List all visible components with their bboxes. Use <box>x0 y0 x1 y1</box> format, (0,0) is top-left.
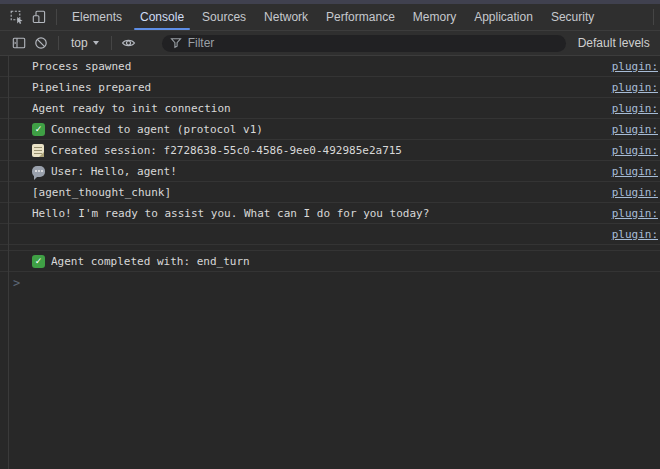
tab-memory[interactable]: Memory <box>404 4 465 30</box>
console-prompt[interactable]: > <box>0 272 660 294</box>
console-message-text: [agent_thought_chunk] <box>32 186 612 199</box>
check-icon <box>32 123 45 136</box>
console-message-text: Connected to agent (protocol v1) <box>51 123 612 136</box>
tab-console[interactable]: Console <box>131 4 193 30</box>
console-sidebar-icon[interactable] <box>8 36 30 50</box>
context-label: top <box>71 36 88 50</box>
tab-performance[interactable]: Performance <box>317 4 404 30</box>
console-toolbar: top Default levels <box>0 31 660 56</box>
tab-sources[interactable]: Sources <box>193 4 255 30</box>
console-message-text: Created session: f2728638-55c0-4586-9ee0… <box>51 144 612 157</box>
console-row: plugin: <box>0 224 660 245</box>
console-row: Process spawned plugin: <box>0 56 660 77</box>
console-source-link[interactable]: plugin: <box>612 186 658 199</box>
speech-balloon-icon <box>32 166 45 177</box>
console-row: Pipelines prepared plugin: <box>0 77 660 98</box>
console-row: Agent ready to init connection plugin: <box>0 98 660 119</box>
check-icon <box>32 255 45 268</box>
divider <box>653 9 654 25</box>
memo-icon <box>32 144 44 157</box>
console-gutter-divider <box>8 56 9 469</box>
tab-network[interactable]: Network <box>255 4 317 30</box>
console-source-link[interactable]: plugin: <box>612 123 658 136</box>
console-row: [agent_thought_chunk] plugin: <box>0 182 660 203</box>
console-message-text: Hello! I'm ready to assist you. What can… <box>32 207 612 220</box>
console-source-link[interactable]: plugin: <box>612 144 658 157</box>
devtools-window: { "devtools": { "accent_color": "#5e8ee6… <box>0 0 660 469</box>
execution-context-selector[interactable]: top <box>65 36 105 50</box>
inspect-icon[interactable] <box>6 4 28 30</box>
tab-elements[interactable]: Elements <box>63 4 131 30</box>
console-source-link[interactable]: plugin: <box>612 102 658 115</box>
tab-security[interactable]: Security <box>542 4 603 30</box>
console-row: Connected to agent (protocol v1) plugin: <box>0 119 660 140</box>
console-message-text: Agent completed with: end_turn <box>51 255 658 268</box>
filter-input[interactable] <box>188 36 558 50</box>
console-row: User: Hello, agent! plugin: <box>0 161 660 182</box>
console-message-text: Agent ready to init connection <box>32 102 612 115</box>
console-message-text: User: Hello, agent! <box>51 165 612 178</box>
device-toolbar-icon[interactable] <box>28 4 50 30</box>
console-log: Process spawned plugin: Pipelines prepar… <box>0 56 660 469</box>
tab-application[interactable]: Application <box>465 4 542 30</box>
console-source-link[interactable]: plugin: <box>612 207 658 220</box>
filter-field[interactable] <box>162 35 566 52</box>
log-levels-dropdown[interactable]: Default levels <box>578 36 650 50</box>
divider <box>58 36 59 50</box>
console-row: Hello! I'm ready to assist you. What can… <box>0 203 660 224</box>
devtools-tab-bar: Elements Console Sources Network Perform… <box>0 4 660 31</box>
prompt-chevron-icon: > <box>13 276 20 290</box>
console-source-link[interactable]: plugin: <box>612 81 658 94</box>
console-message-text: Process spawned <box>32 60 612 73</box>
live-expression-eye-icon[interactable] <box>118 36 140 50</box>
chevron-down-icon <box>93 41 99 45</box>
divider <box>111 36 112 50</box>
clear-console-icon[interactable] <box>30 36 52 50</box>
console-row: Created session: f2728638-55c0-4586-9ee0… <box>0 140 660 161</box>
filter-funnel-icon <box>170 37 182 49</box>
console-source-link[interactable]: plugin: <box>612 228 658 241</box>
console-source-link[interactable]: plugin: <box>612 165 658 178</box>
console-message-text: Pipelines prepared <box>32 81 612 94</box>
console-source-link[interactable]: plugin: <box>612 60 658 73</box>
divider <box>56 9 57 25</box>
console-row: Agent completed with: end_turn <box>0 250 660 272</box>
